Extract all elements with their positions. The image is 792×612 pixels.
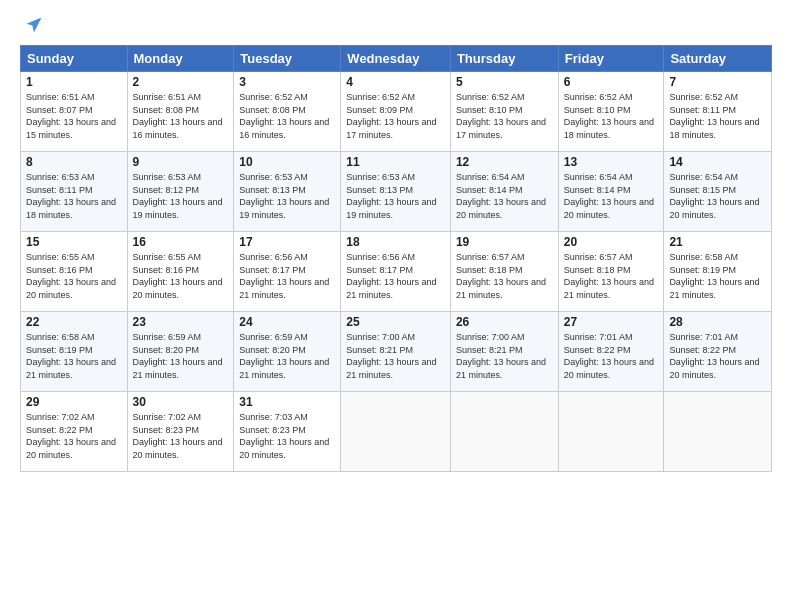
day-number: 31 [239, 395, 335, 409]
day-number: 6 [564, 75, 659, 89]
day-cell: 17Sunrise: 6:56 AM Sunset: 8:17 PM Dayli… [234, 232, 341, 312]
week-row-1: 1Sunrise: 6:51 AM Sunset: 8:07 PM Daylig… [21, 72, 772, 152]
weekday-header-wednesday: Wednesday [341, 46, 451, 72]
day-cell: 23Sunrise: 6:59 AM Sunset: 8:20 PM Dayli… [127, 312, 234, 392]
day-info: Sunrise: 6:53 AM Sunset: 8:13 PM Dayligh… [239, 171, 335, 221]
day-cell: 24Sunrise: 6:59 AM Sunset: 8:20 PM Dayli… [234, 312, 341, 392]
day-info: Sunrise: 6:56 AM Sunset: 8:17 PM Dayligh… [346, 251, 445, 301]
day-number: 22 [26, 315, 122, 329]
day-cell: 16Sunrise: 6:55 AM Sunset: 8:16 PM Dayli… [127, 232, 234, 312]
day-cell: 26Sunrise: 7:00 AM Sunset: 8:21 PM Dayli… [450, 312, 558, 392]
day-cell: 13Sunrise: 6:54 AM Sunset: 8:14 PM Dayli… [558, 152, 664, 232]
weekday-header-friday: Friday [558, 46, 664, 72]
day-number: 26 [456, 315, 553, 329]
day-cell: 22Sunrise: 6:58 AM Sunset: 8:19 PM Dayli… [21, 312, 128, 392]
day-cell: 10Sunrise: 6:53 AM Sunset: 8:13 PM Dayli… [234, 152, 341, 232]
day-cell: 19Sunrise: 6:57 AM Sunset: 8:18 PM Dayli… [450, 232, 558, 312]
day-cell: 15Sunrise: 6:55 AM Sunset: 8:16 PM Dayli… [21, 232, 128, 312]
day-cell [341, 392, 451, 472]
day-cell: 25Sunrise: 7:00 AM Sunset: 8:21 PM Dayli… [341, 312, 451, 392]
week-row-5: 29Sunrise: 7:02 AM Sunset: 8:22 PM Dayli… [21, 392, 772, 472]
day-number: 9 [133, 155, 229, 169]
day-info: Sunrise: 6:56 AM Sunset: 8:17 PM Dayligh… [239, 251, 335, 301]
day-info: Sunrise: 6:54 AM Sunset: 8:14 PM Dayligh… [456, 171, 553, 221]
day-cell: 21Sunrise: 6:58 AM Sunset: 8:19 PM Dayli… [664, 232, 772, 312]
day-cell: 14Sunrise: 6:54 AM Sunset: 8:15 PM Dayli… [664, 152, 772, 232]
day-cell: 6Sunrise: 6:52 AM Sunset: 8:10 PM Daylig… [558, 72, 664, 152]
weekday-header-sunday: Sunday [21, 46, 128, 72]
week-row-2: 8Sunrise: 6:53 AM Sunset: 8:11 PM Daylig… [21, 152, 772, 232]
day-info: Sunrise: 6:54 AM Sunset: 8:14 PM Dayligh… [564, 171, 659, 221]
day-info: Sunrise: 6:52 AM Sunset: 8:08 PM Dayligh… [239, 91, 335, 141]
day-info: Sunrise: 6:53 AM Sunset: 8:13 PM Dayligh… [346, 171, 445, 221]
day-info: Sunrise: 6:51 AM Sunset: 8:08 PM Dayligh… [133, 91, 229, 141]
day-info: Sunrise: 7:00 AM Sunset: 8:21 PM Dayligh… [346, 331, 445, 381]
day-number: 12 [456, 155, 553, 169]
day-number: 8 [26, 155, 122, 169]
weekday-header-thursday: Thursday [450, 46, 558, 72]
logo [20, 15, 44, 35]
day-number: 10 [239, 155, 335, 169]
day-info: Sunrise: 6:52 AM Sunset: 8:10 PM Dayligh… [564, 91, 659, 141]
day-info: Sunrise: 6:52 AM Sunset: 8:10 PM Dayligh… [456, 91, 553, 141]
day-info: Sunrise: 6:54 AM Sunset: 8:15 PM Dayligh… [669, 171, 766, 221]
day-number: 3 [239, 75, 335, 89]
header [20, 15, 772, 35]
day-cell: 28Sunrise: 7:01 AM Sunset: 8:22 PM Dayli… [664, 312, 772, 392]
day-cell: 27Sunrise: 7:01 AM Sunset: 8:22 PM Dayli… [558, 312, 664, 392]
day-number: 11 [346, 155, 445, 169]
day-number: 25 [346, 315, 445, 329]
day-info: Sunrise: 7:01 AM Sunset: 8:22 PM Dayligh… [564, 331, 659, 381]
day-info: Sunrise: 7:00 AM Sunset: 8:21 PM Dayligh… [456, 331, 553, 381]
day-cell: 29Sunrise: 7:02 AM Sunset: 8:22 PM Dayli… [21, 392, 128, 472]
day-number: 19 [456, 235, 553, 249]
day-number: 17 [239, 235, 335, 249]
day-number: 4 [346, 75, 445, 89]
day-cell: 30Sunrise: 7:02 AM Sunset: 8:23 PM Dayli… [127, 392, 234, 472]
calendar: SundayMondayTuesdayWednesdayThursdayFrid… [20, 45, 772, 472]
day-number: 24 [239, 315, 335, 329]
day-info: Sunrise: 7:02 AM Sunset: 8:23 PM Dayligh… [133, 411, 229, 461]
day-info: Sunrise: 6:59 AM Sunset: 8:20 PM Dayligh… [239, 331, 335, 381]
day-info: Sunrise: 7:02 AM Sunset: 8:22 PM Dayligh… [26, 411, 122, 461]
day-info: Sunrise: 6:55 AM Sunset: 8:16 PM Dayligh… [26, 251, 122, 301]
day-info: Sunrise: 6:53 AM Sunset: 8:11 PM Dayligh… [26, 171, 122, 221]
day-number: 15 [26, 235, 122, 249]
day-info: Sunrise: 6:51 AM Sunset: 8:07 PM Dayligh… [26, 91, 122, 141]
day-info: Sunrise: 6:57 AM Sunset: 8:18 PM Dayligh… [456, 251, 553, 301]
day-info: Sunrise: 6:53 AM Sunset: 8:12 PM Dayligh… [133, 171, 229, 221]
day-number: 27 [564, 315, 659, 329]
day-info: Sunrise: 6:52 AM Sunset: 8:11 PM Dayligh… [669, 91, 766, 141]
week-row-3: 15Sunrise: 6:55 AM Sunset: 8:16 PM Dayli… [21, 232, 772, 312]
day-number: 29 [26, 395, 122, 409]
day-cell: 18Sunrise: 6:56 AM Sunset: 8:17 PM Dayli… [341, 232, 451, 312]
day-number: 28 [669, 315, 766, 329]
day-info: Sunrise: 6:55 AM Sunset: 8:16 PM Dayligh… [133, 251, 229, 301]
weekday-header-row: SundayMondayTuesdayWednesdayThursdayFrid… [21, 46, 772, 72]
day-info: Sunrise: 7:01 AM Sunset: 8:22 PM Dayligh… [669, 331, 766, 381]
weekday-header-saturday: Saturday [664, 46, 772, 72]
week-row-4: 22Sunrise: 6:58 AM Sunset: 8:19 PM Dayli… [21, 312, 772, 392]
day-cell [664, 392, 772, 472]
day-number: 5 [456, 75, 553, 89]
day-cell: 1Sunrise: 6:51 AM Sunset: 8:07 PM Daylig… [21, 72, 128, 152]
day-info: Sunrise: 6:52 AM Sunset: 8:09 PM Dayligh… [346, 91, 445, 141]
day-cell: 31Sunrise: 7:03 AM Sunset: 8:23 PM Dayli… [234, 392, 341, 472]
day-cell: 11Sunrise: 6:53 AM Sunset: 8:13 PM Dayli… [341, 152, 451, 232]
day-number: 1 [26, 75, 122, 89]
page: SundayMondayTuesdayWednesdayThursdayFrid… [0, 0, 792, 612]
day-cell: 7Sunrise: 6:52 AM Sunset: 8:11 PM Daylig… [664, 72, 772, 152]
day-info: Sunrise: 6:59 AM Sunset: 8:20 PM Dayligh… [133, 331, 229, 381]
day-cell: 9Sunrise: 6:53 AM Sunset: 8:12 PM Daylig… [127, 152, 234, 232]
day-cell: 20Sunrise: 6:57 AM Sunset: 8:18 PM Dayli… [558, 232, 664, 312]
day-cell: 12Sunrise: 6:54 AM Sunset: 8:14 PM Dayli… [450, 152, 558, 232]
day-number: 7 [669, 75, 766, 89]
day-number: 16 [133, 235, 229, 249]
day-cell: 5Sunrise: 6:52 AM Sunset: 8:10 PM Daylig… [450, 72, 558, 152]
day-cell [558, 392, 664, 472]
weekday-header-tuesday: Tuesday [234, 46, 341, 72]
day-number: 14 [669, 155, 766, 169]
day-number: 21 [669, 235, 766, 249]
day-info: Sunrise: 6:58 AM Sunset: 8:19 PM Dayligh… [26, 331, 122, 381]
day-cell [450, 392, 558, 472]
